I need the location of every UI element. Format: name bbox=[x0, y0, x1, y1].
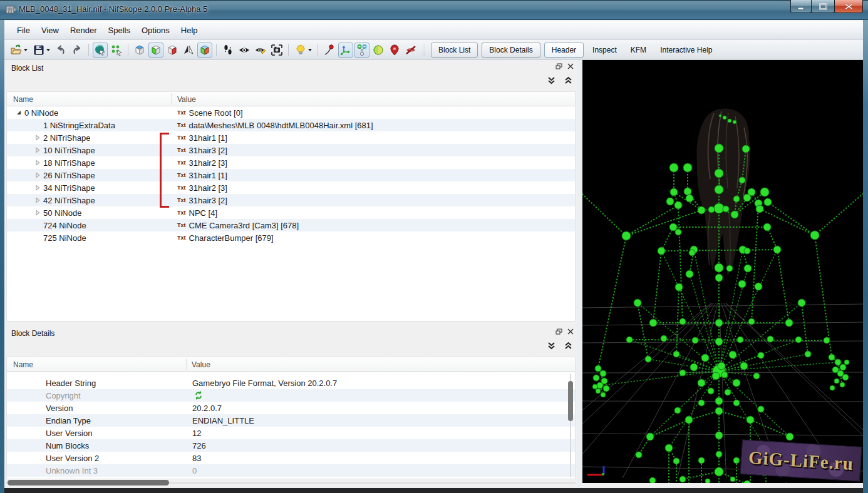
inspect-button[interactable]: Inspect bbox=[586, 43, 623, 57]
block-list-row[interactable]: 0 NiNode TxtScene Root [0] bbox=[7, 106, 575, 119]
close-panel-icon[interactable] bbox=[567, 63, 574, 69]
txt-type-icon: Txt bbox=[177, 160, 186, 166]
tree-collapsed-icon[interactable] bbox=[34, 210, 41, 216]
txt-type-icon: Txt bbox=[177, 172, 186, 178]
hide-hidden-button[interactable] bbox=[403, 43, 418, 58]
screenshot-button[interactable] bbox=[269, 43, 284, 58]
column-value[interactable]: Value bbox=[192, 360, 210, 369]
toggle-header-button[interactable]: Header bbox=[544, 43, 584, 58]
block-details-row[interactable]: User Version 12 bbox=[7, 427, 575, 439]
open-file-button[interactable] bbox=[8, 43, 29, 58]
tree-collapsed-icon[interactable] bbox=[34, 135, 41, 141]
minimize-button[interactable] bbox=[790, 0, 812, 13]
tree-expanded-icon[interactable] bbox=[16, 109, 22, 116]
edit-eye-button[interactable] bbox=[253, 43, 268, 58]
block-details-row[interactable]: Unknown Int 3 0 bbox=[7, 464, 575, 477]
block-details-row[interactable]: Num Blocks 726 bbox=[7, 439, 575, 452]
block-list-row[interactable]: 1 NiStringExtraData Txtdata\Meshes\MLB 0… bbox=[7, 119, 575, 131]
show-collision-button[interactable] bbox=[371, 43, 386, 58]
close-panel-icon[interactable] bbox=[567, 328, 574, 335]
maximize-button[interactable] bbox=[811, 0, 835, 13]
render-viewport-3d[interactable]: GiG-LiFe.ru bbox=[582, 60, 863, 483]
block-details-row[interactable]: Endian Type ENDIAN_LITTLE bbox=[7, 414, 575, 427]
block-list-row[interactable]: 724 NiNode TxtCME Camera3rd [Cam3] [678] bbox=[7, 219, 575, 231]
redo-icon bbox=[71, 44, 83, 56]
field-value: Gamebryo File Format, Version 20.2.0.7 bbox=[192, 379, 337, 388]
float-panel-icon[interactable] bbox=[555, 328, 562, 335]
block-list-column-header[interactable]: Name Value bbox=[7, 92, 575, 106]
vertical-scrollbar-thumb[interactable] bbox=[568, 381, 573, 421]
select-vertex-button[interactable] bbox=[322, 43, 337, 58]
field-name: Header String bbox=[7, 379, 96, 388]
vertex-points-button[interactable] bbox=[109, 43, 124, 58]
show-nodes-button[interactable] bbox=[354, 43, 369, 58]
block-list-row[interactable]: 34 NiTriShape Txt31hair2 [3] bbox=[7, 181, 575, 194]
column-name[interactable]: Name bbox=[13, 95, 33, 104]
dropdown-caret-icon[interactable] bbox=[24, 49, 28, 51]
column-name[interactable]: Name bbox=[13, 360, 33, 369]
block-details-row[interactable]: Version 20.2.0.7 bbox=[7, 402, 575, 414]
tree-collapsed-icon[interactable] bbox=[34, 147, 41, 153]
block-list-row[interactable]: 50 NiNode TxtNPC [4] bbox=[7, 206, 575, 219]
edit-eye-icon bbox=[254, 44, 267, 56]
toggle-block-details-button[interactable]: Block Details bbox=[482, 43, 540, 58]
block-details-column-header[interactable]: Name Value bbox=[7, 357, 575, 372]
menu-file[interactable]: File bbox=[11, 23, 36, 38]
collapse-all-icon[interactable] bbox=[564, 342, 572, 350]
show-eye-button[interactable] bbox=[237, 43, 252, 58]
axes-indicator bbox=[587, 466, 604, 475]
save-file-button[interactable] bbox=[31, 43, 52, 58]
horizontal-scrollbar-thumb[interactable] bbox=[8, 480, 169, 485]
title-bar[interactable]: MLB_0048_31_Hair.nif - NifSkope 2.0.0 Pr… bbox=[0, 0, 868, 20]
hide-hidden-icon bbox=[405, 44, 417, 56]
menu-view[interactable]: View bbox=[36, 23, 65, 38]
expand-all-icon[interactable] bbox=[547, 76, 555, 85]
walk-mode-button[interactable] bbox=[220, 43, 235, 58]
interactive-help-button[interactable]: Interactive Help bbox=[654, 43, 718, 57]
block-details-row[interactable]: Copyright bbox=[7, 389, 575, 402]
block-list-row[interactable]: 26 NiTriShape Txt31hair1 [1] bbox=[7, 169, 575, 181]
field-name: Num Blocks bbox=[7, 441, 89, 450]
view-side-cube-icon bbox=[166, 44, 178, 56]
float-panel-icon[interactable] bbox=[555, 63, 562, 69]
toolbar-drag-handle[interactable] bbox=[422, 43, 426, 57]
block-details-row[interactable]: User Version 2 83 bbox=[7, 452, 575, 464]
block-list-row[interactable]: 10 NiTriShape Txt31hair3 [2] bbox=[7, 144, 575, 156]
redo-button[interactable] bbox=[70, 43, 85, 58]
column-value[interactable]: Value bbox=[177, 95, 196, 104]
tree-collapsed-icon[interactable] bbox=[34, 185, 41, 191]
dock-splitter[interactable] bbox=[577, 60, 582, 488]
flip-view-button[interactable] bbox=[181, 43, 196, 58]
view-side-cube-button[interactable] bbox=[165, 43, 180, 58]
show-markers-button[interactable] bbox=[387, 43, 402, 58]
close-button[interactable] bbox=[834, 0, 863, 13]
view-top-cube-button[interactable] bbox=[132, 43, 147, 58]
tree-collapsed-icon[interactable] bbox=[34, 172, 41, 178]
block-list-row[interactable]: 2 NiTriShape Txt31hair1 [1] bbox=[7, 131, 575, 144]
menu-help[interactable]: Help bbox=[175, 23, 204, 38]
view-perspective-cube-button[interactable] bbox=[197, 43, 212, 58]
lighting-bulb-button[interactable] bbox=[292, 43, 314, 58]
block-details-row[interactable]: Header String Gamebryo File Format, Vers… bbox=[7, 377, 575, 389]
toggle-block-list-button[interactable]: Block List bbox=[431, 43, 478, 58]
block-list-row[interactable]: 42 NiTriShape Txt31hair3 [2] bbox=[7, 194, 575, 206]
collapse-all-icon[interactable] bbox=[564, 76, 572, 85]
block-list-row[interactable]: 18 NiTriShape Txt31hair2 [3] bbox=[7, 156, 575, 169]
render-sphere-button[interactable] bbox=[93, 43, 108, 58]
dropdown-caret-icon[interactable] bbox=[308, 49, 312, 51]
kfm-button[interactable]: KFM bbox=[624, 43, 653, 57]
block-list-row[interactable]: 725 NiNode TxtCharacterBumper [679] bbox=[7, 231, 575, 244]
block-value: Txtdata\Meshes\MLB 0048\hdtMLB0048Hair.x… bbox=[177, 121, 373, 130]
show-axes-button[interactable] bbox=[338, 43, 353, 58]
menu-options[interactable]: Options bbox=[136, 23, 175, 38]
block-list-title: Block List bbox=[11, 64, 43, 73]
menu-render[interactable]: Render bbox=[65, 23, 103, 38]
undo-button[interactable] bbox=[53, 43, 68, 58]
menu-spells[interactable]: Spells bbox=[103, 23, 136, 38]
toolbar: Block ListBlock DetailsHeaderInspectKFMI… bbox=[4, 40, 863, 60]
dropdown-caret-icon[interactable] bbox=[46, 49, 50, 51]
view-front-cube-button[interactable] bbox=[148, 43, 163, 58]
tree-collapsed-icon[interactable] bbox=[34, 197, 41, 203]
expand-all-icon[interactable] bbox=[547, 342, 555, 350]
tree-collapsed-icon[interactable] bbox=[34, 160, 41, 166]
